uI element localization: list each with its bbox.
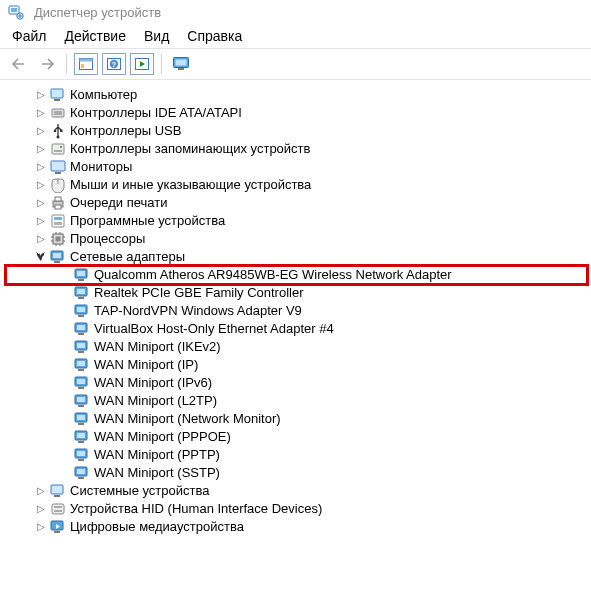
adapter-icon bbox=[74, 267, 90, 283]
svg-rect-5 bbox=[81, 64, 84, 68]
device-label: TAP-NordVPN Windows Adapter V9 bbox=[94, 303, 302, 319]
window-title: Диспетчер устройств bbox=[0, 0, 591, 24]
category-label: Мыши и иные указывающие устройства bbox=[70, 177, 311, 193]
svg-rect-47 bbox=[78, 333, 84, 335]
svg-rect-61 bbox=[77, 415, 85, 420]
network-adapter-item[interactable]: · WAN Miniport (IKEv2) bbox=[6, 338, 587, 356]
svg-rect-50 bbox=[78, 351, 84, 353]
network-adapter-item[interactable]: · Qualcomm Atheros AR9485WB-EG Wireless … bbox=[6, 266, 587, 284]
category-system[interactable]: ▷ Системные устройства bbox=[6, 482, 587, 500]
device-manager-icon bbox=[8, 4, 24, 20]
svg-rect-12 bbox=[178, 68, 184, 70]
collapse-icon[interactable]: ⮟ bbox=[34, 250, 48, 264]
expand-icon[interactable]: ▷ bbox=[34, 124, 48, 138]
category-storage[interactable]: ▷ Контроллеры запоминающих устройств bbox=[6, 140, 587, 158]
svg-rect-59 bbox=[78, 405, 84, 407]
menu-action[interactable]: Действие bbox=[64, 28, 126, 44]
adapter-icon bbox=[74, 411, 90, 427]
svg-rect-44 bbox=[78, 315, 84, 317]
help-icon: ? bbox=[106, 57, 122, 71]
svg-rect-32 bbox=[56, 237, 61, 242]
category-software[interactable]: ▷ Программные устройства bbox=[6, 212, 587, 230]
expand-icon[interactable]: ▷ bbox=[34, 88, 48, 102]
menu-view[interactable]: Вид bbox=[144, 28, 169, 44]
adapter-icon bbox=[74, 465, 90, 481]
adapter-icon bbox=[74, 321, 90, 337]
category-ide[interactable]: ▷ Контроллеры IDE ATA/ATAPI bbox=[6, 104, 587, 122]
expand-icon[interactable]: ▷ bbox=[34, 520, 48, 534]
scan-button[interactable] bbox=[130, 53, 154, 75]
expand-icon[interactable]: ▷ bbox=[34, 214, 48, 228]
help-button[interactable]: ? bbox=[102, 53, 126, 75]
network-adapter-item[interactable]: · WAN Miniport (IP) bbox=[6, 356, 587, 374]
menu-help[interactable]: Справка bbox=[187, 28, 242, 44]
category-usb[interactable]: ▷ Контроллеры USB bbox=[6, 122, 587, 140]
svg-rect-20 bbox=[52, 144, 64, 154]
category-network[interactable]: ⮟ Сетевые адаптеры bbox=[6, 248, 587, 266]
svg-rect-24 bbox=[55, 172, 61, 174]
svg-rect-29 bbox=[54, 217, 62, 220]
category-label: Сетевые адаптеры bbox=[70, 249, 185, 265]
device-label: WAN Miniport (PPTP) bbox=[94, 447, 220, 463]
svg-rect-64 bbox=[77, 433, 85, 438]
category-mice[interactable]: ▷ Мыши и иные указывающие устройства bbox=[6, 176, 587, 194]
network-adapter-item[interactable]: · Realtek PCIe GBE Family Controller bbox=[6, 284, 587, 302]
adapter-icon bbox=[74, 393, 90, 409]
expand-icon[interactable]: ▷ bbox=[34, 484, 48, 498]
svg-rect-46 bbox=[77, 325, 85, 330]
adapter-icon bbox=[74, 303, 90, 319]
panel-icon bbox=[78, 57, 94, 71]
network-adapter-item[interactable]: · WAN Miniport (Network Monitor) bbox=[6, 410, 587, 428]
network-adapter-item[interactable]: · WAN Miniport (SSTP) bbox=[6, 464, 587, 482]
expand-icon[interactable]: ▷ bbox=[34, 232, 48, 246]
expand-icon[interactable]: ▷ bbox=[34, 106, 48, 120]
category-computer[interactable]: ▷ Компьютер bbox=[6, 86, 587, 104]
svg-rect-67 bbox=[77, 451, 85, 456]
svg-rect-23 bbox=[51, 161, 65, 171]
back-button[interactable] bbox=[7, 53, 31, 75]
expand-icon[interactable]: ▷ bbox=[34, 502, 48, 516]
mouse-icon bbox=[50, 177, 66, 193]
svg-rect-52 bbox=[77, 361, 85, 366]
menu-file[interactable]: Файл bbox=[12, 28, 46, 44]
device-label: WAN Miniport (IPv6) bbox=[94, 375, 212, 391]
category-cpu[interactable]: ▷ Процессоры bbox=[6, 230, 587, 248]
forward-button[interactable] bbox=[35, 53, 59, 75]
category-hid[interactable]: ▷ Устройства HID (Human Interface Device… bbox=[6, 500, 587, 518]
svg-rect-14 bbox=[54, 99, 60, 101]
device-tree[interactable]: ▷ Компьютер ▷ Контроллеры IDE ATA/ATAPI … bbox=[0, 80, 591, 542]
svg-rect-68 bbox=[78, 459, 84, 461]
device-label: WAN Miniport (L2TP) bbox=[94, 393, 217, 409]
network-adapter-item[interactable]: · WAN Miniport (PPPOE) bbox=[6, 428, 587, 446]
category-media[interactable]: ▷ Цифровые медиаустройства bbox=[6, 518, 587, 536]
system-icon bbox=[50, 483, 66, 499]
svg-point-21 bbox=[60, 146, 62, 148]
device-label: Qualcomm Atheros AR9485WB-EG Wireless Ne… bbox=[94, 267, 452, 283]
show-hidden-button[interactable] bbox=[74, 53, 98, 75]
svg-rect-40 bbox=[77, 289, 85, 294]
expand-icon[interactable]: ▷ bbox=[34, 160, 48, 174]
network-icon bbox=[50, 249, 66, 265]
svg-rect-58 bbox=[77, 397, 85, 402]
network-adapter-item[interactable]: · VirtualBox Host-Only Ethernet Adapter … bbox=[6, 320, 587, 338]
menubar: Файл Действие Вид Справка bbox=[0, 24, 591, 48]
svg-rect-43 bbox=[77, 307, 85, 312]
network-adapter-item[interactable]: · WAN Miniport (PPTP) bbox=[6, 446, 587, 464]
expand-icon[interactable]: ▷ bbox=[34, 196, 48, 210]
category-print-queues[interactable]: ▷ Очереди печати bbox=[6, 194, 587, 212]
expand-icon[interactable]: ▷ bbox=[34, 178, 48, 192]
cpu-icon bbox=[50, 231, 66, 247]
scan-icon bbox=[134, 57, 150, 71]
svg-rect-34 bbox=[53, 253, 61, 258]
category-label: Системные устройства bbox=[70, 483, 209, 499]
device-label: WAN Miniport (IP) bbox=[94, 357, 198, 373]
network-adapter-item[interactable]: · TAP-NordVPN Windows Adapter V9 bbox=[6, 302, 587, 320]
svg-rect-38 bbox=[78, 279, 84, 281]
network-adapter-item[interactable]: · WAN Miniport (L2TP) bbox=[6, 392, 587, 410]
category-monitors[interactable]: ▷ Мониторы bbox=[6, 158, 587, 176]
toolbar-separator bbox=[161, 54, 162, 74]
device-label: WAN Miniport (SSTP) bbox=[94, 465, 220, 481]
monitor-button[interactable] bbox=[169, 53, 193, 75]
network-adapter-item[interactable]: · WAN Miniport (IPv6) bbox=[6, 374, 587, 392]
expand-icon[interactable]: ▷ bbox=[34, 142, 48, 156]
